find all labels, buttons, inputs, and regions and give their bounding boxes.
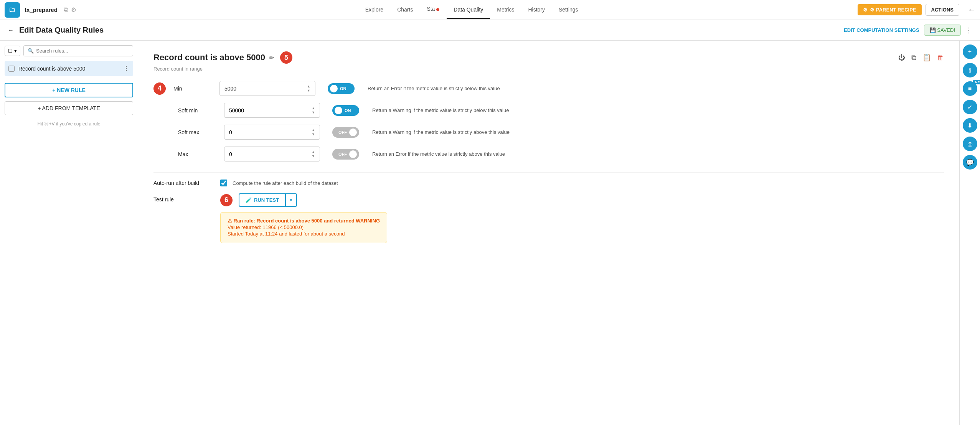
tab-history[interactable]: History [521,1,552,19]
rule-checkbox[interactable] [8,66,15,72]
section-divider [153,172,944,173]
field-soft-max-input[interactable]: ▲ ▼ [224,125,320,140]
sidebar-hint: Hit ⌘+V if you've copied a rule [5,121,133,127]
edit-computation-link[interactable]: EDIT COMPUTATION SETTINGS [844,27,919,33]
sidebar-checkbox-button[interactable]: ☐ ▾ [5,46,20,56]
field-min-input[interactable]: ▲ ▼ [219,81,315,96]
back-icon[interactable]: ← [8,27,14,34]
download-panel-button[interactable]: ⬇ [963,118,977,133]
app-icon-group: ⧉ ⚙ [64,6,76,13]
annotation-badge-5: 5 [280,51,292,64]
auto-run-label: Auto-run after build [153,180,215,186]
toggle-max-off[interactable]: OFF [332,149,359,160]
field-soft-min: Soft min ▲ ▼ ON Return a Warning if the … [153,103,944,118]
field-min-desc: Return an Error if the metric value is s… [368,86,500,91]
field-max: Max ▲ ▼ OFF Return an Error if the metri… [153,147,944,161]
add-from-template-button[interactable]: + ADD FROM TEMPLATE [5,101,133,115]
copy-icon[interactable]: ⧉ [64,6,68,13]
toggle-min-on[interactable]: ON [328,83,355,94]
main-layout: ☐ ▾ 🔍 Record count is above 5000 ⋮ + NEW… [0,41,980,425]
toggle-knob [335,107,342,114]
add-panel-button[interactable]: + [963,44,977,59]
spinner-down-icon[interactable]: ▼ [307,89,310,92]
app-logo[interactable]: 🗂 [5,2,20,18]
auto-run-row: Auto-run after build Compute the rule af… [153,180,944,186]
field-max-desc: Return an Error if the metric value is s… [372,151,505,157]
field-soft-min-input[interactable]: ▲ ▼ [224,103,320,118]
auto-run-desc: Compute the rule after each build of the… [233,180,338,186]
power-icon[interactable]: ⏻ [898,54,905,62]
back-arrow-icon[interactable]: ← [968,5,975,14]
tab-charts[interactable]: Charts [390,1,420,19]
search-icon: 🔍 [28,48,34,54]
field-min-label: Min [173,86,212,92]
test-rule-row: Test rule 6 🧪 RUN TEST ▾ ⚠ Ran rule: Rec… [153,193,944,243]
toggle-softmax-off[interactable]: OFF [332,127,359,138]
auto-run-checkbox[interactable] [220,180,227,186]
field-soft-max-value[interactable] [229,129,312,135]
gear-icon: ⚙ [863,7,868,13]
test-rule-buttons: 6 🧪 RUN TEST ▾ [220,193,387,207]
nav-tabs: Explore Charts Sta● Data Quality Metrics… [86,0,858,20]
duplicate-icon[interactable]: ⧉ [911,54,916,62]
more-options-icon[interactable]: ⋮ [965,26,972,35]
field-soft-min-label: Soft min [178,107,216,114]
spinner-down-icon[interactable]: ▼ [312,154,315,158]
run-test-button[interactable]: 🧪 RUN TEST [239,193,286,207]
check-panel-button[interactable]: ✓ [963,100,977,114]
spinner-up-icon[interactable]: ▲ [307,84,310,88]
rule-list-item[interactable]: Record count is above 5000 ⋮ [5,61,133,76]
settings-icon[interactable]: ⚙ [71,6,76,13]
search-input[interactable] [36,48,129,54]
field-min-value[interactable] [224,86,307,92]
rule-item-label: Record count is above 5000 [18,66,119,72]
sub-header-right: EDIT COMPUTATION SETTINGS 💾 SAVED! ⋮ [844,25,972,36]
rule-header: Record count is above 5000 ✏ 5 ⏻ ⧉ 📋 🗑 [153,51,944,64]
tab-data-quality[interactable]: Data Quality [447,1,490,19]
sidebar-search-container[interactable]: 🔍 [23,45,133,56]
warning-box: ⚠ Ran rule: Record count is above 5000 a… [220,212,387,243]
list-panel-button[interactable]: ≡ New [963,81,977,96]
field-soft-max: Soft max ▲ ▼ OFF Return a Warning if the… [153,125,944,140]
page-title: Edit Data Quality Rules [19,26,104,35]
rule-title: Record count is above 5000 [153,53,265,63]
spinner-up-icon[interactable]: ▲ [312,106,315,110]
spinner-down-icon[interactable]: ▼ [312,110,315,114]
warning-line-1: ⚠ Ran rule: Record count is above 5000 a… [228,218,380,224]
copy-icon[interactable]: 📋 [922,53,931,62]
info-panel-button[interactable]: ℹ [963,63,977,77]
toggle-softmin-on[interactable]: ON [332,105,359,116]
spinner-up-icon[interactable]: ▲ [312,128,315,132]
top-nav-actions: ⚙ ⚙ PARENT RECIPE ACTIONS ← [858,4,975,16]
toggle-knob [330,85,338,92]
app-title: tx_prepared [25,7,58,13]
rule-item-menu-icon[interactable]: ⋮ [123,65,129,72]
field-soft-min-value[interactable] [229,107,312,114]
chat-panel-button[interactable]: 💬 [963,155,977,170]
flask-icon: 🧪 [246,197,252,203]
top-navigation: 🗂 tx_prepared ⧉ ⚙ Explore Charts Sta● Da… [0,0,980,20]
new-rule-button[interactable]: + NEW RULE [5,83,133,97]
delete-icon[interactable]: 🗑 [937,54,944,62]
field-max-input[interactable]: ▲ ▼ [224,147,320,161]
tab-metrics[interactable]: Metrics [490,1,521,19]
spinner-up-icon[interactable]: ▲ [312,150,315,154]
annotation-badge-6: 6 [220,194,233,206]
sidebar-buttons: + NEW RULE + ADD FROM TEMPLATE Hit ⌘+V i… [5,83,133,127]
actions-button[interactable]: ACTIONS [926,4,960,16]
annotation-badge-4: 4 [153,82,166,95]
checkbox-icon: ☐ [8,48,13,54]
parent-recipe-button[interactable]: ⚙ ⚙ PARENT RECIPE [858,4,921,15]
tab-statistics[interactable]: Sta● [420,0,447,20]
edit-title-icon[interactable]: ✏ [269,54,274,61]
run-test-caret-button[interactable]: ▾ [286,193,297,207]
chevron-down-icon: ▾ [14,48,17,54]
spinner-down-icon[interactable]: ▼ [312,132,315,136]
tab-settings[interactable]: Settings [552,1,585,19]
warning-line-3: Started Today at 11:24 and lasted for ab… [228,231,380,237]
target-panel-button[interactable]: ◎ [963,137,977,151]
content-area: Record count is above 5000 ✏ 5 ⏻ ⧉ 📋 🗑 R… [138,41,959,425]
tab-explore[interactable]: Explore [358,1,390,19]
field-max-label: Max [178,151,216,157]
field-max-value[interactable] [229,151,312,157]
